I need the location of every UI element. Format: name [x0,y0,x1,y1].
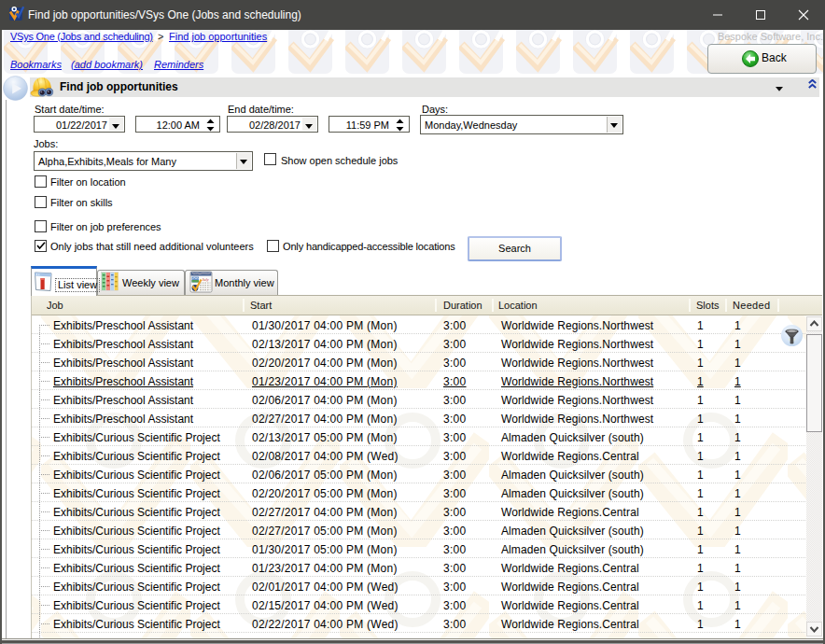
svg-text:July: July [202,277,210,282]
